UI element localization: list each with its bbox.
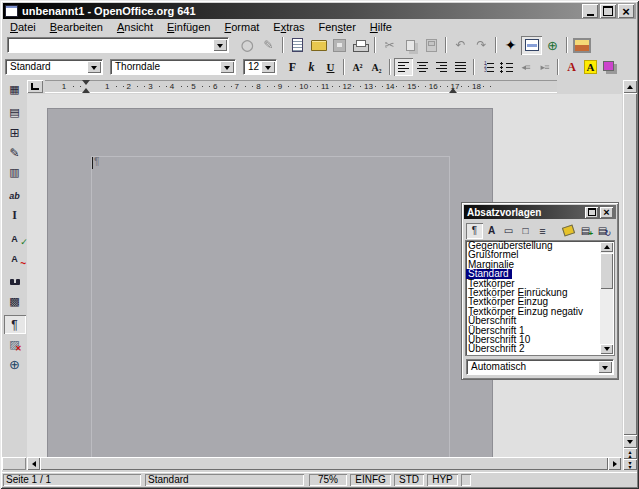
numbering-button[interactable] xyxy=(478,58,497,76)
frame-styles-button[interactable] xyxy=(500,223,517,239)
menu-item-einfgen[interactable]: Einfügen xyxy=(160,21,217,34)
scrollbar-thumb[interactable] xyxy=(600,253,613,289)
menu-item-extras[interactable]: Extras xyxy=(266,21,311,34)
spellcheck-button[interactable] xyxy=(4,229,26,248)
insert-fields-button[interactable] xyxy=(4,103,26,122)
scroll-left-button[interactable] xyxy=(27,457,40,470)
url-combo[interactable] xyxy=(7,37,229,53)
font-size-combo[interactable]: 12 xyxy=(243,59,277,75)
new-doc-button[interactable] xyxy=(287,36,308,55)
left-indent-marker[interactable] xyxy=(82,80,91,93)
align-right-button[interactable] xyxy=(432,58,451,76)
open-button[interactable] xyxy=(308,36,329,55)
chevron-down-icon[interactable] xyxy=(261,61,275,73)
status-hyperlink-mode[interactable]: HYP xyxy=(427,474,458,486)
align-justify-button[interactable] xyxy=(451,58,470,76)
print-button[interactable] xyxy=(350,36,371,55)
tab-type-selector[interactable] xyxy=(27,80,43,93)
paragraph-styles-button[interactable] xyxy=(466,223,483,239)
insert-objects-button[interactable] xyxy=(4,123,26,142)
rollup-button[interactable] xyxy=(585,207,598,218)
align-justify-icon xyxy=(455,62,466,72)
new-style-from-selection-button[interactable] xyxy=(577,223,594,239)
images-button[interactable] xyxy=(4,335,26,354)
stylist-close-button[interactable] xyxy=(600,207,613,218)
chevron-down-icon[interactable] xyxy=(598,361,612,373)
page-styles-button[interactable] xyxy=(517,223,534,239)
align-left-button[interactable] xyxy=(394,58,413,76)
scrollbar-thumb[interactable] xyxy=(623,93,637,435)
paragraph-style-combo[interactable]: Standard xyxy=(5,59,103,75)
minimize-button[interactable] xyxy=(582,4,598,18)
decrease-indent-button xyxy=(516,58,535,76)
subscript-button[interactable]: A₂ xyxy=(367,58,386,76)
paragraph-background-button[interactable] xyxy=(600,58,619,76)
menu-item-fenster[interactable]: Fenster xyxy=(312,21,363,34)
character-styles-button[interactable] xyxy=(483,223,500,239)
status-page[interactable]: Seite 1 / 1 xyxy=(3,474,141,486)
previous-page-button[interactable]: ▴ ▴ xyxy=(623,448,637,459)
font-color-button[interactable]: A xyxy=(562,58,581,76)
update-style-button[interactable] xyxy=(594,223,611,239)
highlighting-button[interactable]: A xyxy=(581,58,600,76)
scroll-right-button[interactable] xyxy=(608,457,621,470)
autotext-button[interactable] xyxy=(4,186,26,205)
chevron-down-icon[interactable] xyxy=(213,39,227,51)
menu-item-hilfe[interactable]: Hilfe xyxy=(363,21,399,34)
fill-format-button[interactable] xyxy=(560,223,577,239)
menu-item-bearbeiten[interactable]: Bearbeiten xyxy=(43,21,110,34)
status-selection-mode[interactable]: STD xyxy=(394,474,424,486)
bullets-button[interactable] xyxy=(497,58,516,76)
online-layout-button[interactable] xyxy=(4,355,26,374)
scroll-up-button[interactable] xyxy=(600,242,613,252)
insert-button[interactable] xyxy=(4,80,26,99)
status-insert-mode[interactable]: EINFG xyxy=(350,474,391,486)
data-sources-button[interactable] xyxy=(4,292,26,311)
scroll-down-button[interactable] xyxy=(623,435,637,448)
close-button[interactable] xyxy=(618,4,634,18)
superscript-button[interactable]: A² xyxy=(348,58,367,76)
style-list[interactable]: GegenüberstellungGrußformelMarginalieSta… xyxy=(466,241,614,355)
stylist-button[interactable] xyxy=(521,36,542,55)
next-page-button[interactable]: ▾ ▾ xyxy=(623,459,637,470)
chevron-down-icon[interactable] xyxy=(87,61,101,73)
vertical-scrollbar[interactable]: ▴ ▴ ▾ ▾ xyxy=(623,80,637,470)
scroll-up-button[interactable] xyxy=(623,80,637,93)
underline-button[interactable]: U xyxy=(321,58,340,76)
title-bar[interactable]: unbenannt1 - OpenOffice.org 641 xyxy=(3,3,636,19)
form-functions-button[interactable] xyxy=(4,163,26,182)
edit-file-button xyxy=(258,36,279,55)
align-center-button[interactable] xyxy=(413,58,432,76)
auto-spellcheck-button[interactable] xyxy=(4,249,26,268)
bullets-icon xyxy=(500,62,513,73)
numbering-styles-button[interactable] xyxy=(534,223,551,239)
menu-item-ansicht[interactable]: Ansicht xyxy=(110,21,160,34)
scrollbar-thumb[interactable] xyxy=(40,457,608,470)
stylist-title-bar[interactable]: Absatzvorlagen xyxy=(464,205,616,219)
style-filter-combo[interactable]: Automatisch xyxy=(466,359,614,375)
horizontal-ruler[interactable]: 1123456789101112131415161718 xyxy=(45,80,557,93)
draw-functions-button[interactable] xyxy=(4,143,26,162)
chevron-down-icon[interactable] xyxy=(220,61,234,73)
italic-button[interactable]: k xyxy=(302,58,321,76)
ruler-number: 10 xyxy=(299,82,308,91)
style-list-scrollbar[interactable] xyxy=(600,242,613,354)
formatting-marks-button[interactable] xyxy=(4,315,26,334)
font-name-combo[interactable]: Thorndale xyxy=(110,59,236,75)
bold-button[interactable]: F xyxy=(283,58,302,76)
scroll-down-button[interactable] xyxy=(600,344,613,354)
status-page-style[interactable]: Standard xyxy=(145,474,304,486)
maximize-button[interactable] xyxy=(600,4,616,18)
gallery-button[interactable] xyxy=(571,36,592,55)
menu-item-datei[interactable]: Datei xyxy=(3,21,43,34)
hyperlink-button[interactable] xyxy=(542,36,563,55)
style-item[interactable]: Überschrift 2 xyxy=(466,344,614,353)
direct-cursor-button[interactable] xyxy=(4,206,26,225)
menu-item-format[interactable]: Format xyxy=(217,21,266,34)
horizontal-scrollbar[interactable] xyxy=(27,457,621,470)
find-button[interactable] xyxy=(4,272,26,291)
navigator-button[interactable] xyxy=(500,36,521,55)
document-page[interactable]: ¶ xyxy=(47,108,493,458)
ruler-number: 17 xyxy=(450,82,459,91)
status-zoom[interactable]: 75% xyxy=(309,474,347,486)
